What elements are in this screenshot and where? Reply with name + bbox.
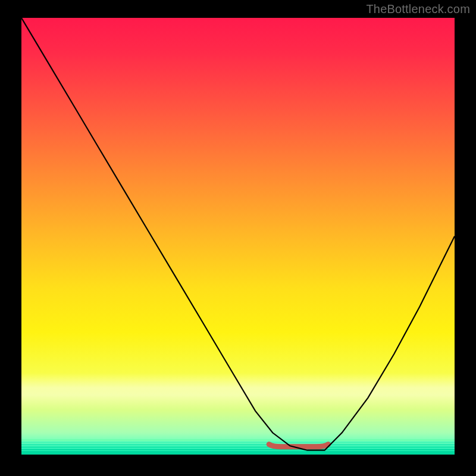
plot-area	[21, 18, 455, 455]
bottom-flat-segment	[269, 444, 328, 447]
chart-svg	[21, 18, 455, 455]
watermark-text: TheBottleneck.com	[366, 2, 470, 16]
chart-frame: TheBottleneck.com	[0, 0, 476, 476]
main-curve	[21, 18, 455, 450]
